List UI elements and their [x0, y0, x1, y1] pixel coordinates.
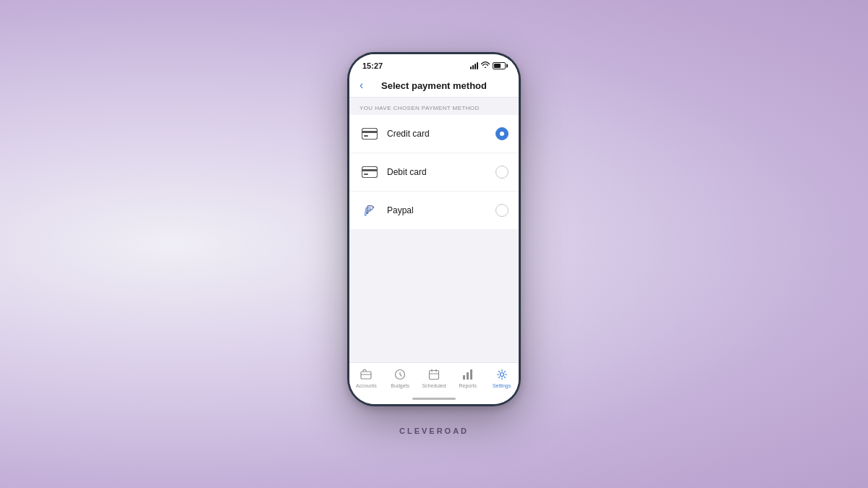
svg-rect-4: [362, 169, 378, 171]
svg-rect-6: [361, 372, 371, 379]
accounts-icon: [359, 367, 373, 382]
svg-point-12: [500, 372, 503, 376]
tab-budgets[interactable]: Budgets: [386, 367, 414, 388]
svg-rect-3: [362, 166, 378, 177]
back-button[interactable]: ‹: [359, 79, 363, 92]
debit-card-radio[interactable]: [495, 166, 509, 179]
battery-icon: [493, 62, 506, 69]
settings-tab-label: Settings: [493, 383, 511, 388]
svg-rect-11: [470, 369, 472, 380]
payment-item-credit-card[interactable]: Credit card: [349, 115, 519, 153]
debit-card-label: Debit card: [387, 167, 427, 177]
paypal-icon: [359, 200, 380, 221]
tab-reports[interactable]: Reports: [454, 367, 482, 388]
scheduled-icon: [427, 367, 441, 382]
reports-tab-label: Reports: [459, 383, 477, 388]
phone-outer: 15:27: [347, 52, 521, 406]
tab-scheduled[interactable]: Scheduled: [420, 367, 448, 388]
content-area: YOU HAVE CHOSEN PAYMENT METHOD: [349, 98, 519, 362]
svg-rect-8: [429, 370, 438, 379]
credit-card-icon: [359, 124, 380, 144]
svg-rect-9: [463, 375, 465, 380]
home-indicator: [349, 394, 519, 404]
reports-icon: [461, 367, 475, 382]
paypal-label: Paypal: [387, 205, 414, 215]
tab-accounts[interactable]: Accounts: [352, 367, 380, 388]
status-icons: [470, 61, 506, 69]
debit-card-icon: [359, 162, 380, 182]
wifi-icon: [481, 61, 490, 69]
page-wrapper: 15:27: [347, 52, 521, 437]
budgets-tab-label: Budgets: [391, 383, 409, 388]
svg-rect-10: [467, 372, 469, 380]
payment-list: Credit card: [349, 115, 519, 229]
svg-rect-0: [362, 128, 378, 139]
budgets-icon: [393, 367, 407, 382]
status-bar: 15:27: [349, 54, 519, 74]
svg-rect-5: [364, 174, 368, 175]
settings-icon: [495, 367, 509, 382]
phone-inner: 15:27: [349, 54, 519, 404]
scheduled-tab-label: Scheduled: [422, 383, 446, 388]
paypal-radio[interactable]: [495, 204, 509, 217]
signal-bars-icon: [470, 62, 478, 69]
status-time: 15:27: [362, 61, 383, 70]
page-title: Select payment method: [381, 80, 487, 91]
payment-item-debit-card[interactable]: Debit card: [349, 153, 519, 192]
svg-rect-2: [364, 135, 368, 137]
tab-settings[interactable]: Settings: [488, 367, 516, 388]
bottom-nav: Accounts Budgets: [349, 362, 519, 394]
accounts-tab-label: Accounts: [356, 383, 377, 388]
credit-card-label: Credit card: [387, 129, 430, 139]
section-label: YOU HAVE CHOSEN PAYMENT METHOD: [349, 98, 519, 115]
brand-label: CLEVEROAD: [399, 424, 469, 437]
svg-rect-1: [362, 131, 378, 133]
credit-card-radio[interactable]: [495, 127, 509, 140]
nav-header: ‹ Select payment method: [349, 74, 519, 98]
payment-item-paypal[interactable]: Paypal: [349, 192, 519, 229]
